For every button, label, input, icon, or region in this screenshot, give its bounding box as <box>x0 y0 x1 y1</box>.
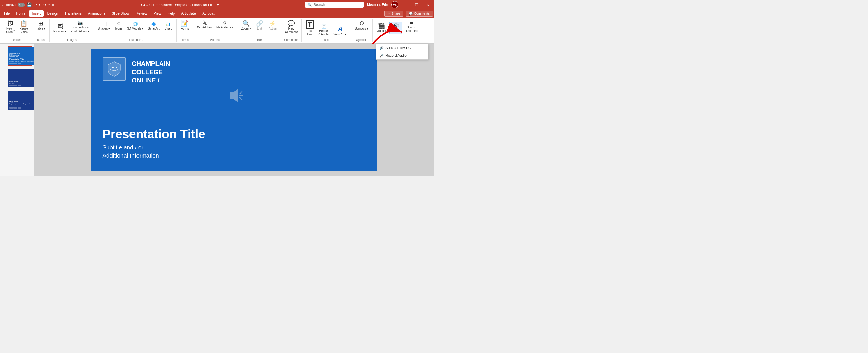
autosave-toggle[interactable]: AutoSave Off <box>2 3 25 7</box>
video-chevron[interactable]: ▼ <box>384 30 386 32</box>
get-addins-icon: 🔌 <box>202 21 207 25</box>
menu-view[interactable]: View <box>151 10 164 17</box>
get-addins-button[interactable]: 🔌 Get Add-ins <box>195 19 214 30</box>
customize-qat-icon[interactable]: ▼ <box>48 3 50 6</box>
undo-icon[interactable]: ↩ <box>33 2 37 7</box>
minimize-button[interactable]: ─ <box>402 1 409 8</box>
menu-animations[interactable]: Animations <box>85 10 108 17</box>
search-input[interactable] <box>314 3 361 7</box>
my-addins-button[interactable]: ⚙ My Add-ins ▼ <box>215 19 235 30</box>
menu-file[interactable]: File <box>1 10 12 17</box>
menu-transitions[interactable]: Transitions <box>62 10 85 17</box>
zoom-label: Zoom <box>241 27 249 30</box>
comments-button[interactable]: 💬 Comments <box>406 10 433 17</box>
ribbon-group-text: T TextBox 📄 Header& Footer A WordArt ▼ T… <box>302 19 351 41</box>
photoalbum-chevron[interactable]: ▼ <box>88 30 90 33</box>
user-initials: ME <box>393 3 398 6</box>
menu-design[interactable]: Design <box>44 10 61 17</box>
menu-help[interactable]: Help <box>165 10 178 17</box>
menu-acrobat[interactable]: Acrobat <box>199 10 217 17</box>
pictures-chevron[interactable]: ▼ <box>64 30 67 33</box>
menu-slideshow[interactable]: Slide Show <box>109 10 132 17</box>
symbols-icon: Ω <box>360 21 364 26</box>
main-area: 1 ★ 🔊 C CHAMPLAINCOLLEGEONLINE Presentat… <box>0 43 434 176</box>
slide-thumb-container-2: 2 Page Title Page text <box>2 68 32 88</box>
images-group-label: Images <box>67 38 76 41</box>
record-audio-item[interactable]: 🎤 Record Audio... <box>376 52 428 59</box>
redo-icon[interactable]: ↪ <box>43 2 46 7</box>
header-footer-button[interactable]: 📄 Header& Footer <box>317 23 331 37</box>
menu-articulate[interactable]: Articulate <box>178 10 199 17</box>
video-button[interactable]: 🎬 Video ▼ <box>375 22 388 34</box>
illustrations-group-label: Illustrations <box>128 38 143 41</box>
autosave-label: AutoSave <box>2 3 17 6</box>
my-addins-chevron[interactable]: ▼ <box>231 26 233 29</box>
reuse-slides-button[interactable]: 📋 ReuseSlides <box>18 19 30 35</box>
table-button[interactable]: ⊞ Table ▼ <box>34 19 47 32</box>
text-group-items: T TextBox 📄 Header& Footer A WordArt ▼ <box>304 19 348 37</box>
slide-thumb-container-1: 1 ★ 🔊 C CHAMPLAINCOLLEGEONLINE Presentat… <box>2 46 32 66</box>
link-button[interactable]: 🔗 Link <box>254 19 266 32</box>
text-box-button[interactable]: T TextBox <box>304 19 316 37</box>
chart-label: Chart <box>164 27 171 30</box>
table-chevron[interactable]: ▼ <box>43 28 45 30</box>
new-slide-button[interactable]: 🖼 NewSlide ▼ <box>5 19 17 35</box>
menu-insert[interactable]: Insert <box>29 10 43 17</box>
slide-thumb-container-3: 3 Page Title Page text, column 1 Page te… <box>2 90 32 110</box>
audio-on-pc-item[interactable]: 🔊 Audio on My PC... <box>376 44 428 52</box>
title-dropdown-icon[interactable]: ▼ <box>217 3 219 6</box>
symbols-button[interactable]: Ω Symbols ▼ <box>353 19 370 32</box>
close-button[interactable]: ✕ <box>424 1 432 8</box>
audio-dropdown: 🔊 Audio on My PC... 🎤 Record Audio... <box>376 44 428 60</box>
forms-button[interactable]: 📝 Forms <box>179 19 191 32</box>
share-button[interactable]: ↗ Share <box>384 10 403 17</box>
save-icon[interactable]: 💾 <box>27 2 32 7</box>
new-slide-chevron[interactable]: ▼ <box>13 29 15 32</box>
wordart-chevron[interactable]: ▼ <box>345 33 347 36</box>
symbols-chevron[interactable]: ▼ <box>366 28 369 30</box>
audio-chevron[interactable]: ▼ <box>398 30 401 32</box>
slide-bottom-section: Presentation Title Subtitle and / or Add… <box>102 127 206 160</box>
chart-button[interactable]: 📊 Chart <box>162 21 174 32</box>
ribbon-group-images: 🖼 Pictures ▼ 📷 Screenshot ▼ Photo Album … <box>50 19 94 41</box>
screenshot-chevron[interactable]: ▼ <box>87 26 89 29</box>
slide-audio-icon[interactable] <box>224 87 244 109</box>
photoalbum-label: Photo Album <box>71 30 87 33</box>
audio-button[interactable]: 🔊 Audio ▼ <box>389 22 402 34</box>
smartart-button[interactable]: 🔷 SmartArt <box>147 21 161 32</box>
video-icon: 🎬 <box>378 23 385 29</box>
college-name-text: CHAMPLAIN COLLEGE ONLINE / <box>132 57 170 85</box>
slide-3-footer <box>9 107 21 109</box>
slide-2-thumb-body: Page text <box>9 83 16 84</box>
slide-thumb-2[interactable]: Page Title Page text <box>8 68 32 88</box>
3d-models-button[interactable]: 🧊 3D Models ▼ <box>126 21 146 32</box>
presentation-mode-icon[interactable]: ⊞ <box>52 2 56 7</box>
autosave-state[interactable]: Off <box>18 3 25 7</box>
text-box-icon: T <box>306 21 314 29</box>
menu-review[interactable]: Review <box>133 10 150 17</box>
screenshot-button[interactable]: 📷 Screenshot ▼ Photo Album ▼ <box>69 19 91 34</box>
icons-label: Icons <box>116 27 122 30</box>
slide-2-preview: Page Title Page text <box>8 69 34 87</box>
pictures-button[interactable]: 🖼 Pictures ▼ <box>52 22 68 34</box>
menu-home[interactable]: Home <box>13 10 28 17</box>
icons-button[interactable]: ☆ Icons <box>113 19 125 32</box>
action-button[interactable]: ⚡ Action <box>267 19 279 32</box>
slide-thumb-3[interactable]: Page Title Page text, column 1 Page text… <box>8 90 32 110</box>
slide-thumb-1[interactable]: 🔊 C CHAMPLAINCOLLEGEONLINE Presentation … <box>8 46 32 66</box>
restore-button[interactable]: ❐ <box>413 1 421 8</box>
zoom-button[interactable]: 🔍 Zoom ▼ <box>240 19 252 32</box>
shapes-button[interactable]: ◱ Shapes ▼ <box>96 19 112 32</box>
user-name: Meenan, Erin <box>367 3 388 7</box>
wordart-button[interactable]: A WordArt ▼ <box>332 25 348 37</box>
zoom-chevron[interactable]: ▼ <box>249 28 251 30</box>
symbols-group-label: Symbols <box>356 38 367 41</box>
shapes-chevron[interactable]: ▼ <box>108 28 111 30</box>
screen-recording-button[interactable]: ⏺ ScreenRecording <box>403 19 420 34</box>
new-comment-button[interactable]: 💬 NewComment <box>283 19 299 35</box>
search-bar[interactable]: 🔍 <box>305 2 364 8</box>
undo-dropdown-icon[interactable]: ▼ <box>38 3 41 6</box>
user-avatar[interactable]: ME <box>391 1 398 8</box>
3d-models-chevron[interactable]: ▼ <box>142 28 144 30</box>
slide-1-preview: 🔊 C CHAMPLAINCOLLEGEONLINE Presentation … <box>8 47 34 65</box>
